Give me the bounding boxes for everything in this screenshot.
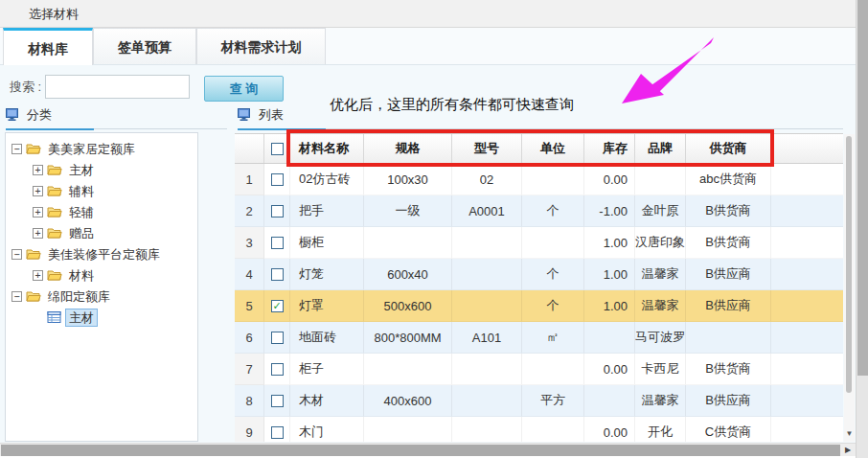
table-vertical-scrollbar-thumb[interactable]: [846, 136, 852, 393]
monitor-icon: [6, 108, 19, 124]
cell-unit: [522, 227, 584, 259]
material-table-body: 102仿古砖100x30020.00abc供货商2把手一级A0001个-1.00…: [235, 164, 843, 442]
category-header-underline: [6, 128, 94, 130]
cell-model: [452, 354, 522, 385]
tree-plus-expander-icon[interactable]: +: [33, 186, 43, 196]
tree-node[interactable]: +轻辅: [6, 202, 197, 223]
tree-node[interactable]: −美佳装修平台定额库: [6, 244, 197, 265]
cell-brand: 汉唐印象: [635, 227, 686, 259]
scroll-down-arrow-icon[interactable]: ▼: [844, 428, 855, 440]
horizontal-scrollbar-thumb[interactable]: [1, 445, 840, 456]
column-header-supplier[interactable]: 供货商: [686, 134, 771, 163]
tree-node-label[interactable]: 轻辅: [66, 204, 97, 220]
tab-order-budget[interactable]: 签单预算: [93, 28, 196, 64]
tree-node-label[interactable]: 美佳装修平台定额库: [45, 246, 163, 263]
row-checkbox[interactable]: [271, 173, 284, 186]
cell-unit: 平方: [522, 385, 584, 417]
cell-filler: [771, 354, 843, 385]
table-row[interactable]: 6地面砖800*800MMA101㎡马可波罗: [235, 322, 843, 354]
tab-material-demand-plan[interactable]: 材料需求计划: [196, 28, 326, 64]
folder-icon: [47, 204, 62, 225]
tree-plus-expander-icon[interactable]: +: [33, 165, 43, 175]
table-row[interactable]: 2把手一级A0001个-1.00金叶原B供货商: [235, 195, 843, 227]
tree-plus-expander-icon[interactable]: +: [33, 228, 43, 239]
tree-node[interactable]: +主材: [6, 160, 197, 181]
cell-brand: 金叶原: [635, 195, 686, 227]
tree-node[interactable]: −美美家居定额库: [6, 139, 197, 160]
tree-node-label[interactable]: 美美家居定额库: [45, 141, 138, 157]
cell-supplier: abc供货商: [686, 164, 771, 195]
table-row[interactable]: 8木材400x600平方温馨家B供应商: [235, 385, 843, 417]
cell-spec: [364, 417, 452, 442]
row-checkbox[interactable]: [271, 268, 284, 281]
cell-supplier: B供应商: [686, 259, 771, 290]
table-row[interactable]: 5✓灯罩500x600个1.00温馨家B供应商: [235, 290, 843, 322]
cell-model: [452, 290, 522, 322]
cell-brand: 温馨家: [635, 259, 686, 290]
list-header-underline: [238, 128, 326, 130]
cell-unit: 个: [522, 259, 584, 290]
column-header-stock[interactable]: 库存: [584, 134, 635, 163]
cell-supplier: B供应商: [686, 385, 771, 417]
column-header-model[interactable]: 型号: [452, 134, 522, 163]
table-row[interactable]: 9木门0.00开化C供货商: [235, 417, 843, 442]
row-checkbox-checked[interactable]: ✓: [271, 300, 284, 312]
row-checkbox[interactable]: [271, 426, 284, 439]
cell-filler: [771, 259, 843, 290]
tree-minus-expander-icon[interactable]: −: [11, 291, 22, 302]
tree-node-label[interactable]: 辅料: [66, 183, 97, 199]
column-header-spec[interactable]: 规格: [364, 134, 452, 163]
select-all-checkbox[interactable]: [271, 143, 284, 155]
dialog-titlebar: 选择材料: [0, 0, 868, 28]
material-table-header: 材料名称 规格 型号 单位 库存 品牌 供货商: [235, 134, 843, 164]
tree-node-label[interactable]: 材料: [66, 267, 97, 284]
tree-node[interactable]: −绵阳定额库: [6, 286, 197, 308]
scroll-right-arrow-icon[interactable]: ▶: [842, 444, 854, 456]
tab-material-library[interactable]: 材料库: [3, 28, 93, 65]
cell-spec: [364, 227, 452, 259]
tree-node[interactable]: +辅料: [6, 181, 197, 202]
cell-unit: [522, 164, 584, 195]
tree-node[interactable]: +材料: [6, 265, 197, 286]
category-panel-header: 分类: [6, 106, 227, 129]
query-button[interactable]: 查 询: [204, 76, 284, 102]
table-row[interactable]: 4灯笼600x40个1.00温馨家B供应商: [235, 259, 843, 290]
cell-row-number: 8: [235, 385, 264, 417]
table-row[interactable]: 102仿古砖100x30020.00abc供货商: [235, 164, 843, 195]
tree-node-label[interactable]: 主材: [66, 162, 97, 178]
horizontal-scrollbar[interactable]: ▶: [0, 443, 856, 456]
tree-node[interactable]: +赠品: [6, 223, 197, 244]
row-checkbox[interactable]: [271, 237, 284, 249]
tree-minus-expander-icon[interactable]: −: [11, 249, 22, 260]
cell-material-name: 橱柜: [290, 227, 364, 259]
cell-material-name: 地面砖: [290, 322, 364, 354]
column-header-brand[interactable]: 品牌: [635, 134, 686, 163]
cell-stock: 1.00: [584, 259, 635, 290]
tree-plus-expander-icon[interactable]: +: [33, 207, 43, 218]
row-checkbox[interactable]: [271, 332, 284, 344]
row-checkbox[interactable]: [271, 363, 284, 376]
cell-material-name: 把手: [290, 195, 364, 227]
row-checkbox[interactable]: [271, 395, 284, 407]
window-vertical-scrollbar-thumb[interactable]: [857, 0, 868, 376]
tree-plus-expander-icon[interactable]: +: [33, 270, 43, 281]
table-vertical-scrollbar[interactable]: ▼: [844, 134, 855, 442]
tree-node[interactable]: 主材: [6, 308, 197, 329]
search-input[interactable]: [45, 75, 190, 99]
cell-model: A101: [452, 322, 522, 354]
cell-model: [452, 227, 522, 259]
table-row[interactable]: 3橱柜1.00汉唐印象B供货商: [235, 227, 843, 259]
row-checkbox[interactable]: [271, 205, 284, 218]
tree-node-label[interactable]: 绵阳定额库: [45, 288, 113, 305]
tree-minus-expander-icon[interactable]: −: [11, 144, 22, 154]
tree-node-label[interactable]: 主材: [65, 309, 98, 327]
cell-stock: -1.00: [584, 195, 635, 227]
cell-supplier: B供货商: [686, 195, 771, 227]
window-vertical-scrollbar[interactable]: [856, 0, 868, 458]
cell-brand: [635, 164, 686, 195]
column-header-unit[interactable]: 单位: [522, 134, 584, 163]
table-row[interactable]: 7柜子0.00卡西尼B供货商: [235, 354, 843, 385]
tree-node-label[interactable]: 赠品: [66, 225, 97, 241]
monitor-icon: [238, 108, 251, 124]
column-header-material-name[interactable]: 材料名称: [290, 134, 364, 163]
